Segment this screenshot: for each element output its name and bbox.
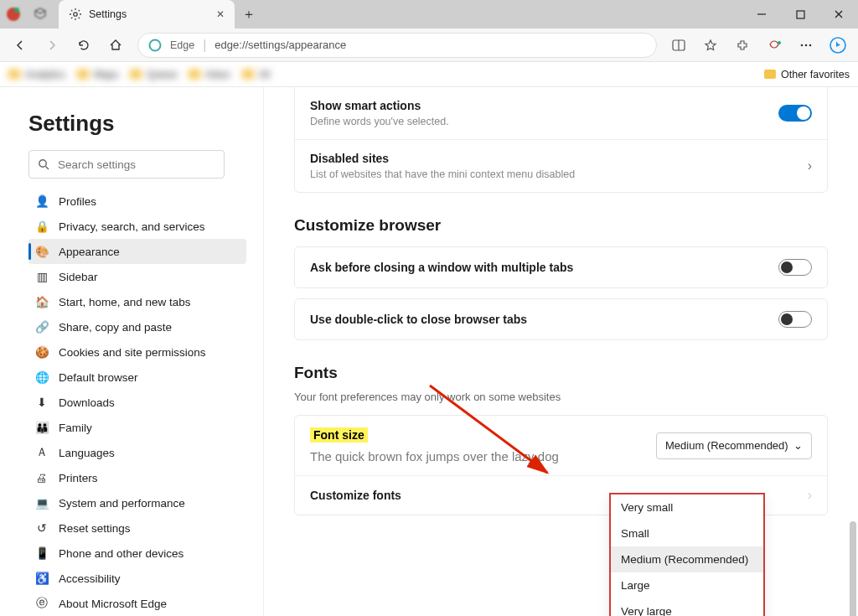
chevron-right-icon: ›: [808, 158, 812, 173]
toggle-ask-before-closing[interactable]: [778, 259, 812, 276]
sidebar-item-label: Default browser: [59, 371, 138, 384]
sidebar-item-profiles[interactable]: 👤Profiles: [28, 189, 246, 214]
bookmark-item[interactable]: Queue: [130, 69, 177, 80]
font-size-option[interactable]: Very small: [611, 494, 763, 520]
sidebar-item-label: Privacy, search, and services: [59, 220, 205, 233]
sidebar-item-label: System and performance: [59, 497, 185, 510]
sidebar-item-share-copy-and-paste[interactable]: 🔗Share, copy and paste: [28, 314, 246, 339]
more-menu-icon[interactable]: [791, 32, 821, 59]
sidebar-item-downloads[interactable]: ⬇Downloads: [28, 390, 246, 415]
setting-row-desc: List of websites that have the mini cont…: [310, 168, 575, 180]
nav-icon: 🔗: [35, 320, 49, 334]
refresh-button[interactable]: [69, 32, 99, 59]
svg-point-10: [805, 44, 808, 46]
toggle-double-click-close[interactable]: [778, 311, 812, 328]
sidebar-item-cookies-and-site-permissions[interactable]: 🍪Cookies and site permissions: [28, 339, 246, 365]
favorite-star-icon[interactable]: [695, 32, 726, 59]
settings-search[interactable]: [28, 150, 225, 179]
nav-icon: ♿: [35, 572, 49, 585]
font-size-select[interactable]: Medium (Recommended) ⌄: [656, 432, 812, 459]
chevron-down-icon: ⌄: [793, 439, 803, 452]
svg-point-1: [14, 8, 19, 13]
svg-point-8: [778, 41, 781, 44]
sidebar-item-label: Share, copy and paste: [59, 321, 172, 334]
sidebar-item-about-microsoft-edge[interactable]: ⓔAbout Microsoft Edge: [28, 591, 246, 616]
sidebar-item-label: Appearance: [59, 246, 120, 258]
svg-rect-4: [797, 11, 804, 18]
sidebar-item-reset-settings[interactable]: ↺Reset settings: [28, 515, 246, 541]
browser-tab-settings[interactable]: Settings ✕: [59, 0, 235, 28]
svg-point-13: [39, 160, 46, 167]
window-close-button[interactable]: [819, 0, 858, 28]
workspaces-icon[interactable]: [27, 1, 54, 28]
forward-button[interactable]: [37, 32, 67, 59]
sidebar-item-system-and-performance[interactable]: 💻System and performance: [28, 490, 246, 515]
profile-avatar-icon[interactable]: [0, 1, 27, 28]
nav-icon: 🏠: [35, 295, 49, 308]
sidebar-item-label: Family: [59, 422, 92, 434]
sidebar-item-sidebar[interactable]: ▥Sidebar: [28, 264, 246, 289]
address-bar[interactable]: Edge | edge://settings/appearance: [137, 33, 657, 58]
tab-title: Settings: [89, 8, 127, 20]
bookmarks-bar: Analytics Maps Queue Inbox All Other fav…: [0, 62, 858, 87]
back-button[interactable]: [5, 32, 35, 59]
nav-icon: ▥: [35, 270, 49, 283]
nav-icon: 🖨: [35, 471, 49, 484]
window-maximize-button[interactable]: [781, 0, 819, 28]
edge-logo-icon: [148, 39, 162, 52]
setting-row-ask-before-closing: Ask before closing a window with multipl…: [295, 247, 827, 287]
scrollbar-thumb[interactable]: [850, 521, 856, 616]
font-size-dropdown: Very smallSmallMedium (Recommended)Large…: [609, 493, 765, 616]
setting-row-smart-actions: Show smart actions Define words you've s…: [295, 87, 827, 139]
svg-point-5: [150, 39, 161, 50]
svg-line-14: [46, 167, 49, 170]
svg-point-2: [74, 13, 77, 16]
sidebar-item-phone-and-other-devices[interactable]: 📱Phone and other devices: [28, 541, 246, 566]
bookmark-item[interactable]: Maps: [77, 69, 118, 80]
sidebar-item-languages[interactable]: ＡLanguages: [28, 440, 246, 465]
performance-icon[interactable]: [759, 32, 789, 59]
tab-close-icon[interactable]: ✕: [216, 8, 225, 20]
sidebar-item-printers[interactable]: 🖨Printers: [28, 465, 246, 490]
other-favorites-button[interactable]: Other favorites: [764, 69, 850, 80]
setting-row-font-size: Font size The quick brown fox jumps over…: [295, 416, 827, 475]
font-size-label: Font size: [310, 427, 368, 443]
bookmark-item[interactable]: Analytics: [8, 69, 65, 80]
home-button[interactable]: [101, 32, 131, 59]
sidebar-item-label: Phone and other devices: [59, 547, 183, 560]
font-sample-text: The quick brown fox jumps over the lazy …: [310, 449, 559, 463]
setting-row-title: Disabled sites: [310, 152, 575, 165]
nav-icon: ⬇: [35, 396, 49, 409]
settings-main: Show mini menu when selecting text Show …: [264, 87, 858, 616]
font-size-option[interactable]: Small: [611, 520, 763, 546]
setting-row-disabled-sites[interactable]: Disabled sites List of websites that hav…: [295, 139, 827, 192]
gear-icon: [69, 8, 82, 21]
nav-icon: 🎨: [35, 245, 49, 258]
font-size-option[interactable]: Large: [611, 572, 763, 598]
sidebar-item-default-browser[interactable]: 🌐Default browser: [28, 365, 246, 390]
bookmark-item[interactable]: All: [242, 69, 270, 80]
sidebar-item-privacy-search-and-services[interactable]: 🔒Privacy, search, and services: [28, 214, 246, 239]
sidebar-item-label: About Microsoft Edge: [59, 598, 167, 610]
bookmark-item[interactable]: Inbox: [189, 69, 230, 80]
sidebar-item-label: Start, home, and new tabs: [59, 296, 191, 308]
sidebar-item-appearance[interactable]: 🎨Appearance: [28, 239, 246, 264]
reading-view-icon[interactable]: [664, 32, 694, 59]
font-size-option[interactable]: Very large: [611, 598, 763, 616]
search-icon: [38, 158, 49, 170]
sidebar-item-label: Downloads: [59, 396, 115, 409]
sidebar-item-accessibility[interactable]: ♿Accessibility: [28, 566, 246, 591]
svg-point-11: [809, 44, 812, 46]
nav-icon: 🔒: [35, 220, 49, 233]
extensions-icon[interactable]: [727, 32, 757, 59]
search-input[interactable]: [58, 158, 215, 171]
window-minimize-button[interactable]: [742, 0, 781, 28]
toggle-smart-actions[interactable]: [778, 105, 812, 122]
sidebar-item-family[interactable]: 👪Family: [28, 415, 246, 440]
font-size-option[interactable]: Medium (Recommended): [611, 546, 763, 572]
new-tab-button[interactable]: ＋: [235, 6, 263, 23]
search-engine-label: Edge: [170, 39, 194, 51]
bing-chat-icon[interactable]: [823, 32, 853, 59]
sidebar-item-start-home-and-new-tabs[interactable]: 🏠Start, home, and new tabs: [28, 289, 246, 314]
setting-row-title: Show smart actions: [310, 99, 449, 112]
